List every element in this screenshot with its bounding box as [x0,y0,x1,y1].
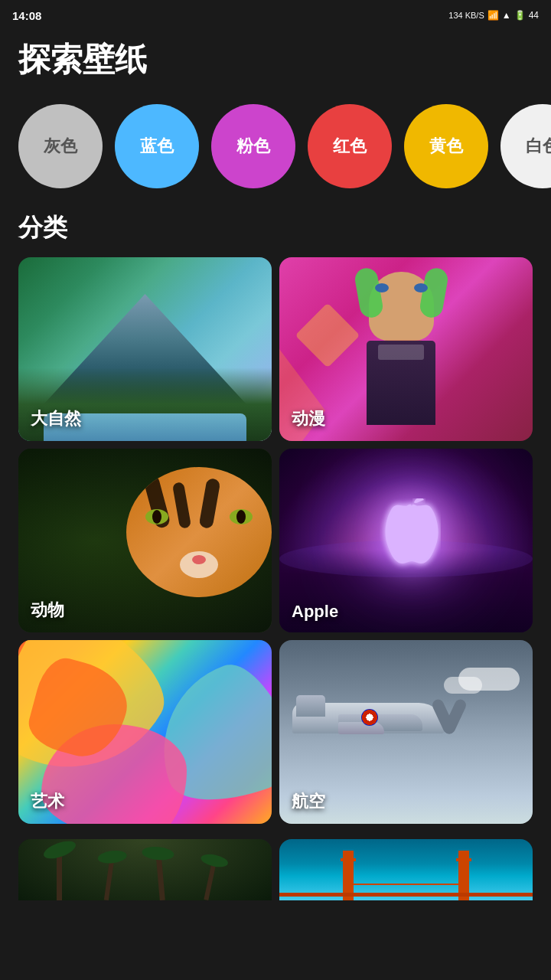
bridge-deck [279,893,533,897]
anime-headphone-right [418,266,449,319]
art-label: 艺术 [31,790,64,813]
animal-label: 动物 [31,599,64,622]
bridge-cable-main [343,884,470,885]
tail-fin [296,695,325,717]
apple-label: Apple [292,602,338,622]
bridge-bg [279,839,533,900]
lower-wing [338,722,384,734]
category-card-animal[interactable]: 动物 [18,449,272,632]
category-card-nature[interactable]: 大自然 [18,257,272,441]
anime-headphone-left [353,266,384,319]
apple-logo-svg [372,498,441,575]
category-card-anime[interactable]: 动漫 [279,257,533,441]
status-bar: 14:08 134 KB/S 📶 ▲ 🔋 44 [0,0,551,31]
color-filter-blue[interactable]: 蓝色 [115,104,199,188]
bottom-partial-cards [0,839,551,900]
aviation-label: 航空 [292,790,325,813]
anime-character [355,272,447,425]
anime-eye-left [375,283,389,292]
category-card-aviation[interactable]: 航空 [279,640,533,824]
color-filter-pink[interactable]: 粉色 [211,104,295,188]
partial-card-tropical[interactable] [18,839,272,900]
color-filter-yellow[interactable]: 黄色 [404,104,488,188]
color-filter-row: 灰色 蓝色 粉色 红色 黄色 白色 [0,96,551,204]
tiger-stripe-c [198,478,220,529]
anime-body-shape [367,341,435,425]
tiger-pupil-l [152,510,161,524]
tiger-eye-r [230,509,253,524]
tiger-nose-muzzle [180,551,218,578]
tower-crossbeam-l [341,858,356,861]
battery-level: 44 [529,10,539,21]
color-filter-gray[interactable]: 灰色 [18,104,103,188]
nature-label: 大自然 [31,407,81,430]
signal-icon: 📶 [487,10,499,21]
network-speed: 134 KB/S [448,11,484,20]
tiger-pupil-r [236,510,246,524]
tiger-stripe-b [172,482,191,529]
roundel-mark [361,709,378,726]
airplane-group [292,695,461,737]
anime-eye-right [414,283,428,292]
tiger-nose [192,555,206,564]
cloud-2 [444,677,482,694]
category-grid: 大自然 动漫 [0,257,551,839]
partial-card-bridge[interactable] [279,839,533,900]
status-time: 14:08 [12,9,41,22]
wifi-icon: ▲ [502,10,511,21]
color-filter-red[interactable]: 红色 [308,104,392,188]
tiger-container [126,467,272,620]
battery-icon: 🔋 [514,10,526,21]
anime-collar [378,345,424,360]
status-icons: 134 KB/S 📶 ▲ 🔋 44 [448,10,539,21]
page-title: 探索壁纸 [0,31,551,96]
tropical-bg [18,839,272,900]
category-card-apple[interactable]: Apple [279,449,533,632]
section-title-categories: 分类 [0,204,551,257]
palm1 [57,847,62,900]
tower-crossbeam-r [456,858,471,861]
anime-face [369,272,434,341]
color-filter-white[interactable]: 白色 [500,104,551,188]
anime-label: 动漫 [292,407,325,430]
tiger-face [126,467,272,597]
tiger-eye-l [145,509,168,524]
category-card-art[interactable]: 艺术 [18,640,272,824]
